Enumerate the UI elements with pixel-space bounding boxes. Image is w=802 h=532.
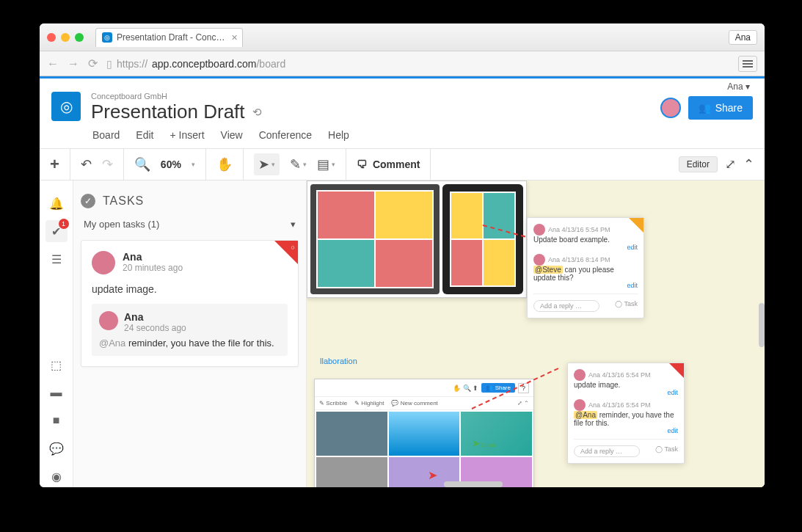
workspace: 🔔 ✔1 ☰ ⬚ ▬ ■ 💬 ◉ ✓ TASKS My open tasks (… [40, 181, 765, 487]
browser-menu-icon[interactable] [738, 56, 757, 72]
app-logo-icon[interactable]: ◎ [51, 92, 81, 121]
board-title[interactable]: Presentation Draft ⟲ [91, 101, 650, 123]
menu-board[interactable]: Board [92, 129, 120, 141]
titlebar: ◎ Presentation Draft - Conc… ✕ Ana [40, 23, 765, 51]
avatar[interactable] [660, 98, 681, 118]
chevron-down-icon: ▾ [291, 219, 296, 230]
note-icon[interactable]: ▤▾ [317, 156, 335, 172]
favicon-icon: ◎ [102, 32, 112, 43]
tab-close-icon[interactable]: ✕ [231, 33, 238, 43]
comment-label: Comment [373, 158, 420, 170]
menu-edit[interactable]: Edit [136, 129, 153, 141]
avatar [574, 399, 586, 411]
pen-icon[interactable]: ✎▾ [290, 156, 307, 172]
presentation-icon[interactable]: ▬ [45, 382, 68, 404]
maximize-window-icon[interactable] [75, 33, 84, 42]
undo-icon[interactable]: ↶ [81, 156, 92, 172]
window-controls [47, 33, 84, 42]
edit-link[interactable]: edit [574, 389, 678, 396]
sync-icon: ⟲ [252, 106, 262, 119]
org-name: Conceptboard GmbH [91, 92, 650, 101]
menu-help[interactable]: Help [328, 129, 349, 141]
edit-link[interactable]: edit [574, 427, 678, 434]
reply-input[interactable]: Add a reply … [574, 445, 640, 457]
pointer-icon[interactable]: ➤▾ [254, 153, 280, 175]
edit-link[interactable]: edit [533, 244, 638, 251]
menu-insert[interactable]: + Insert [169, 129, 204, 141]
url-host: app.conceptboard.com [152, 58, 256, 70]
mention: @Ana [574, 411, 597, 419]
app-header: Ana ▾ ◎ Conceptboard GmbH Presentation D… [40, 79, 765, 148]
collapse-icon[interactable]: ⌃ [743, 156, 754, 172]
edit-link[interactable]: edit [533, 282, 638, 289]
notifications-icon[interactable]: 🔔 [45, 192, 68, 214]
panel-title-text: TASKS [103, 194, 144, 208]
avatar [533, 254, 545, 266]
browser-profile-badge[interactable]: Ana [729, 30, 757, 45]
comment-meta: Ana 4/13/16 5:54 PM [588, 371, 651, 379]
left-rail: 🔔 ✔1 ☰ ⬚ ▬ ■ 💬 ◉ [40, 181, 73, 487]
task-time: 20 minutes ago [123, 263, 183, 273]
canvas-comment-card[interactable]: Ana 4/13/16 5:54 PM update image. edit A… [567, 362, 685, 464]
browser-window: ◎ Presentation Draft - Conc… ✕ Ana ← → ⟳… [40, 23, 765, 487]
hand-icon[interactable]: ✋ [216, 156, 233, 172]
redo-icon[interactable]: ↷ [102, 156, 113, 172]
role-badge[interactable]: Editor [679, 156, 718, 172]
select-rect-icon[interactable]: ⬚ [45, 354, 68, 376]
compass-icon[interactable]: ◉ [45, 465, 68, 487]
address-bar: ← → ⟳ ▯ https://app.conceptboard.com/boa… [40, 51, 765, 76]
scrollbar[interactable] [759, 303, 765, 347]
tasks-icon[interactable]: ✔1 [45, 220, 68, 242]
task-flag-icon [274, 241, 298, 264]
zoom-level[interactable]: 60% [161, 158, 181, 170]
chat-icon[interactable]: 💬 [45, 437, 68, 459]
task-toggle[interactable]: ◯ Task [655, 445, 678, 453]
cursor-icon: ➤ [428, 468, 437, 482]
reply-input[interactable]: Add a reply … [533, 300, 599, 312]
inner-tool: 💬 New comment [391, 400, 437, 407]
task-toggle[interactable]: ◯ Task [615, 300, 638, 307]
toolbar: + ↶ ↷ 🔍 60% ▾ ✋ ➤▾ ✎▾ ▤▾ 🗨 [40, 148, 765, 181]
share-button[interactable]: 👥 Share [688, 96, 753, 120]
url-field[interactable]: ▯ https://app.conceptboard.com/board [106, 58, 729, 70]
add-icon[interactable]: + [50, 155, 59, 174]
reply-time: 24 seconds ago [124, 323, 186, 333]
minimize-window-icon[interactable] [61, 33, 70, 42]
comment-meta: Ana 4/13/16 5:54 PM [588, 401, 651, 409]
task-body: update image. [92, 283, 288, 295]
mention: @Steve [533, 266, 563, 274]
tasks-filter[interactable]: My open tasks (1) ▾ [81, 219, 299, 230]
url-path: /board [256, 58, 285, 70]
tab-title: Presentation Draft - Conc… [117, 32, 225, 43]
fullscreen-icon[interactable]: ⤢ [725, 156, 736, 172]
scrollbar[interactable] [444, 481, 503, 487]
comment-meta: Ana 4/13/16 5:54 PM [548, 226, 610, 233]
tasks-badge: 1 [59, 219, 69, 229]
reply-text: reminder, you have the file for this. [125, 338, 274, 349]
browser-tab[interactable]: ◎ Presentation Draft - Conc… ✕ [95, 28, 243, 47]
mention: @Ana [99, 338, 125, 349]
reply-body: @Ana reminder, you have the file for thi… [99, 338, 280, 349]
menu-conference[interactable]: Conference [259, 129, 312, 141]
comment-button[interactable]: 🗨 Comment [357, 158, 420, 170]
canvas-comment-card[interactable]: Ana 4/13/16 5:54 PM Update board example… [527, 217, 644, 318]
avatar [99, 311, 118, 330]
outline-icon[interactable]: ☰ [45, 248, 68, 270]
forward-icon[interactable]: → [68, 57, 79, 70]
task-card[interactable]: Ana 20 minutes ago update image. Ana 24 … [81, 240, 299, 367]
canvas[interactable]: Ana 4/13/16 5:54 PM Update board example… [307, 181, 765, 487]
zoom-icon[interactable]: 🔍 [134, 156, 150, 172]
avatar [92, 251, 115, 274]
user-menu[interactable]: Ana ▾ [51, 81, 753, 92]
share-label: Share [715, 102, 743, 114]
task-reply: Ana 24 seconds ago @Ana reminder, you ha… [92, 304, 288, 356]
zoom-drop-icon[interactable]: ▾ [192, 161, 195, 168]
menu-view[interactable]: View [221, 129, 243, 141]
back-icon[interactable]: ← [47, 57, 59, 70]
comment-icon: 🗨 [357, 158, 367, 170]
close-window-icon[interactable] [47, 33, 56, 42]
reload-icon[interactable]: ⟳ [88, 57, 98, 70]
comment-text: Update board example. [533, 236, 638, 244]
menubar: Board Edit + Insert View Conference Help [51, 123, 753, 148]
video-icon[interactable]: ■ [45, 409, 68, 431]
